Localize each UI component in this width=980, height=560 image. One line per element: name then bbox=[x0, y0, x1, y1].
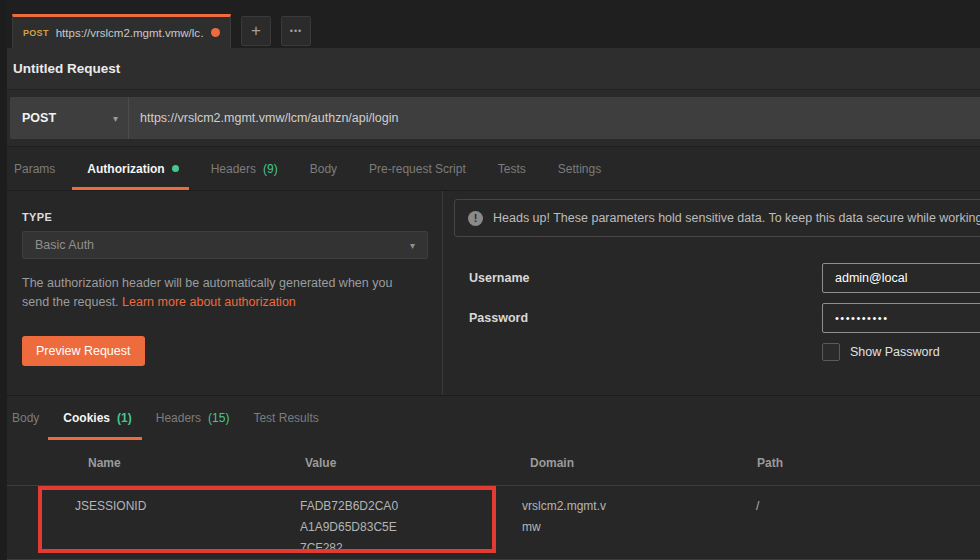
response-tab-headers[interactable]: Headers (15) bbox=[156, 396, 230, 440]
cookie-domain-line: vrslcm2.mgmt.v bbox=[522, 496, 756, 517]
learn-more-link[interactable]: Learn more about authorization bbox=[122, 295, 296, 309]
tab-body[interactable]: Body bbox=[310, 147, 337, 190]
credentials-panel: ! Heads up! These parameters hold sensit… bbox=[443, 191, 980, 395]
tab-settings[interactable]: Settings bbox=[558, 147, 601, 190]
cookie-value-line: A1A9D65D83C5E bbox=[300, 517, 522, 538]
tab-settings-label: Settings bbox=[558, 162, 601, 176]
username-label: Username bbox=[469, 271, 529, 285]
tab-body-label: Body bbox=[310, 162, 337, 176]
auth-type-dropdown[interactable]: Basic Auth ▾ bbox=[22, 231, 428, 259]
response-body-label: Body bbox=[12, 411, 39, 425]
type-label: TYPE bbox=[22, 211, 442, 223]
auth-help-text: The authorization header will be automat… bbox=[22, 274, 420, 312]
column-header-value: Value bbox=[305, 456, 530, 470]
tab-params[interactable]: Params bbox=[14, 147, 55, 190]
tab-bar: POST https://vrslcm2.mgmt.vmw/lc… + ••• bbox=[0, 0, 980, 48]
tab-params-label: Params bbox=[14, 162, 55, 176]
show-password-label: Show Password bbox=[850, 345, 940, 359]
cookies-count-badge: (1) bbox=[117, 411, 132, 425]
response-tab-test-results[interactable]: Test Results bbox=[253, 396, 318, 440]
request-tabs: Params Authorization Headers (9) Body Pr… bbox=[0, 147, 980, 191]
column-header-name: Name bbox=[88, 456, 305, 470]
show-password-checkbox[interactable] bbox=[822, 343, 840, 361]
cookie-value-line: 7CF282 bbox=[300, 538, 522, 559]
password-field[interactable] bbox=[822, 303, 980, 333]
cookie-path: / bbox=[756, 496, 759, 559]
cookie-value-line: FADB72B6D2CA0 bbox=[300, 496, 522, 517]
request-tab[interactable]: POST https://vrslcm2.mgmt.vmw/lc… bbox=[12, 14, 231, 48]
tab-headers-label: Headers bbox=[211, 162, 256, 176]
method-value: POST bbox=[22, 111, 56, 125]
auth-type-panel: TYPE Basic Auth ▾ The authorization head… bbox=[0, 191, 443, 395]
new-tab-button[interactable]: + bbox=[241, 16, 271, 46]
auth-type-value: Basic Auth bbox=[35, 238, 94, 252]
tab-title: https://vrslcm2.mgmt.vmw/lc… bbox=[56, 27, 204, 39]
chevron-down-icon: ▾ bbox=[410, 240, 415, 251]
unsaved-indicator-icon[interactable] bbox=[211, 28, 220, 37]
cookie-domain-line: mw bbox=[522, 517, 756, 538]
auth-set-dot-icon bbox=[172, 165, 179, 172]
tab-pre-request-script[interactable]: Pre-request Script bbox=[369, 147, 466, 190]
url-row: POST ▾ https://vrslcm2.mgmt.vmw/lcm/auth… bbox=[0, 90, 980, 147]
column-header-path: Path bbox=[757, 456, 783, 470]
tab-pre-request-label: Pre-request Script bbox=[369, 162, 466, 176]
tab-authorization[interactable]: Authorization bbox=[87, 147, 178, 190]
banner-text: Heads up! These parameters hold sensitiv… bbox=[493, 211, 980, 225]
sensitive-data-banner: ! Heads up! These parameters hold sensit… bbox=[454, 199, 980, 237]
cookies-table-header: Name Value Domain Path bbox=[0, 440, 980, 486]
tab-authorization-label: Authorization bbox=[87, 162, 164, 176]
window-left-edge bbox=[0, 0, 7, 560]
url-input[interactable]: https://vrslcm2.mgmt.vmw/lcm/authzn/api/… bbox=[129, 111, 398, 125]
tab-tests-label: Tests bbox=[498, 162, 526, 176]
response-cookies-label: Cookies bbox=[63, 411, 110, 425]
response-headers-count-badge: (15) bbox=[208, 411, 229, 425]
headers-count-badge: (9) bbox=[263, 162, 278, 176]
response-tabs: Body Cookies (1) Headers (15) Test Resul… bbox=[0, 396, 980, 440]
password-label: Password bbox=[469, 311, 528, 325]
request-header: Untitled Request bbox=[0, 48, 980, 90]
response-panel: Body Cookies (1) Headers (15) Test Resul… bbox=[0, 395, 980, 559]
column-header-domain: Domain bbox=[530, 456, 757, 470]
cookie-domain: vrslcm2.mgmt.v mw bbox=[522, 496, 756, 559]
cookie-name: JSESSIONID bbox=[75, 496, 300, 559]
response-headers-label: Headers bbox=[156, 411, 201, 425]
method-dropdown[interactable]: POST ▾ bbox=[10, 97, 128, 139]
test-results-label: Test Results bbox=[253, 411, 318, 425]
preview-request-button[interactable]: Preview Request bbox=[22, 336, 145, 366]
ellipsis-icon: ••• bbox=[290, 26, 302, 36]
plus-icon: + bbox=[251, 21, 261, 41]
cookie-value: FADB72B6D2CA0 A1A9D65D83C5E 7CF282 bbox=[300, 496, 522, 559]
url-bar: POST ▾ https://vrslcm2.mgmt.vmw/lcm/auth… bbox=[10, 97, 980, 139]
request-title[interactable]: Untitled Request bbox=[13, 61, 120, 76]
more-tabs-button[interactable]: ••• bbox=[281, 16, 311, 46]
tab-method-badge: POST bbox=[23, 28, 49, 38]
tab-tests[interactable]: Tests bbox=[498, 147, 526, 190]
authorization-panel: TYPE Basic Auth ▾ The authorization head… bbox=[0, 191, 980, 395]
response-tab-cookies[interactable]: Cookies (1) bbox=[63, 396, 131, 440]
tab-headers[interactable]: Headers (9) bbox=[211, 147, 278, 190]
chevron-down-icon: ▾ bbox=[113, 113, 118, 124]
response-tab-body[interactable]: Body bbox=[12, 396, 39, 440]
username-field[interactable] bbox=[822, 263, 980, 293]
cookie-table-row[interactable]: JSESSIONID FADB72B6D2CA0 A1A9D65D83C5E 7… bbox=[0, 486, 980, 560]
info-icon: ! bbox=[468, 211, 483, 226]
